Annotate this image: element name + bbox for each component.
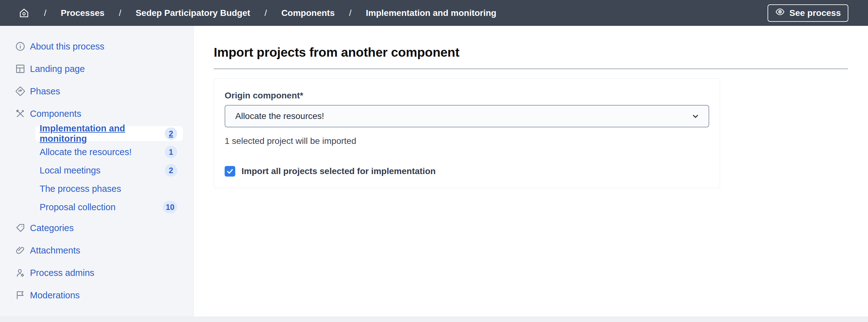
import-all-label[interactable]: Import all projects selected for impleme… xyxy=(242,166,436,176)
subnav-item-label: Proposal collection xyxy=(40,202,116,212)
import-all-checkbox[interactable] xyxy=(225,166,235,177)
phases-icon xyxy=(15,86,26,97)
breadcrumb-separator: / xyxy=(44,8,46,18)
page-title: Import projects from another component xyxy=(214,45,848,60)
subnav-item-local-meetings[interactable]: Local meetings 2 xyxy=(35,163,183,178)
count-badge: 1 xyxy=(165,146,177,158)
sidebar-item-label: Moderations xyxy=(30,290,80,300)
info-icon xyxy=(15,41,26,52)
sidebar-item-process-admins[interactable]: Process admins xyxy=(0,263,193,283)
breadcrumb-processes[interactable]: Processes xyxy=(61,8,104,18)
origin-component-value: Allocate the resources! xyxy=(235,111,324,121)
import-form-card: Origin component* Allocate the resources… xyxy=(214,78,720,188)
breadcrumb-current-component[interactable]: Implementation and monitoring xyxy=(366,8,496,18)
sidebar-item-label: Attachments xyxy=(30,245,80,256)
breadcrumb-separator: / xyxy=(265,8,267,18)
sidebar-item-label: Categories xyxy=(30,223,74,233)
sidebar-item-attachments[interactable]: Attachments xyxy=(0,241,193,260)
breadcrumb-separator: / xyxy=(349,8,352,18)
sidebar-nav: About this process Landing page xyxy=(0,36,193,305)
sidebar-item-label: Components xyxy=(30,109,81,119)
see-process-label: See process xyxy=(789,8,841,18)
sidebar-item-categories[interactable]: Categories xyxy=(0,218,193,238)
paperclip-icon xyxy=(15,245,26,256)
import-all-row: Import all projects selected for impleme… xyxy=(225,166,709,177)
tag-icon xyxy=(15,223,26,233)
breadcrumb-separator: / xyxy=(119,8,121,18)
sidebar-item-components[interactable]: Components xyxy=(0,104,193,123)
chevron-down-icon xyxy=(690,111,701,121)
subnav-item-label: The process phases xyxy=(40,184,121,194)
count-badge: 10 xyxy=(163,201,177,213)
checkmark-icon xyxy=(226,167,234,175)
flag-icon xyxy=(15,290,26,300)
home-icon[interactable] xyxy=(19,7,30,19)
breadcrumb-process-name[interactable]: Sedep Participatory Budget xyxy=(136,8,250,18)
see-process-button[interactable]: See process xyxy=(768,4,848,22)
components-subnav: Implementation and monitoring 2 Allocate… xyxy=(0,126,193,215)
sidebar-item-label: Process admins xyxy=(30,268,94,278)
origin-component-select[interactable]: Allocate the resources! xyxy=(225,105,709,128)
eye-icon xyxy=(775,7,785,19)
layout-icon xyxy=(15,64,26,74)
sidebar-item-label: Phases xyxy=(30,86,60,97)
subnav-item-proposal-collection[interactable]: Proposal collection 10 xyxy=(35,200,183,215)
count-badge: 2 xyxy=(165,164,177,177)
main-content: Import projects from another component O… xyxy=(194,26,868,317)
sidebar-item-moderations[interactable]: Moderations xyxy=(0,285,193,305)
sidebar-item-label: Landing page xyxy=(30,64,85,74)
process-sidebar: About this process Landing page xyxy=(0,26,194,317)
content-shell: About this process Landing page xyxy=(0,26,868,317)
sidebar-item-landing-page[interactable]: Landing page xyxy=(0,59,193,79)
sidebar-item-label: About this process xyxy=(30,41,104,52)
subnav-item-label: Implementation and monitoring xyxy=(40,123,165,144)
topbar: / Processes / Sedep Participatory Budget… xyxy=(0,0,868,26)
breadcrumb: / Processes / Sedep Participatory Budget… xyxy=(19,7,496,19)
subnav-item-label: Local meetings xyxy=(40,165,100,176)
tools-icon xyxy=(15,108,26,119)
breadcrumb-components[interactable]: Components xyxy=(281,8,335,18)
selected-projects-info: 1 selected project will be imported xyxy=(225,136,709,146)
title-divider xyxy=(214,69,848,69)
sidebar-item-phases[interactable]: Phases xyxy=(0,81,193,101)
subnav-item-implementation-and-monitoring[interactable]: Implementation and monitoring 2 xyxy=(35,126,183,141)
origin-component-label: Origin component* xyxy=(225,91,709,101)
subnav-item-allocate-the-resources[interactable]: Allocate the resources! 1 xyxy=(35,144,183,159)
sidebar-item-about[interactable]: About this process xyxy=(0,36,193,57)
user-gear-icon xyxy=(15,267,26,278)
subnav-item-the-process-phases[interactable]: The process phases xyxy=(35,181,183,196)
subnav-item-label: Allocate the resources! xyxy=(40,147,132,157)
count-badge: 2 xyxy=(165,128,177,140)
